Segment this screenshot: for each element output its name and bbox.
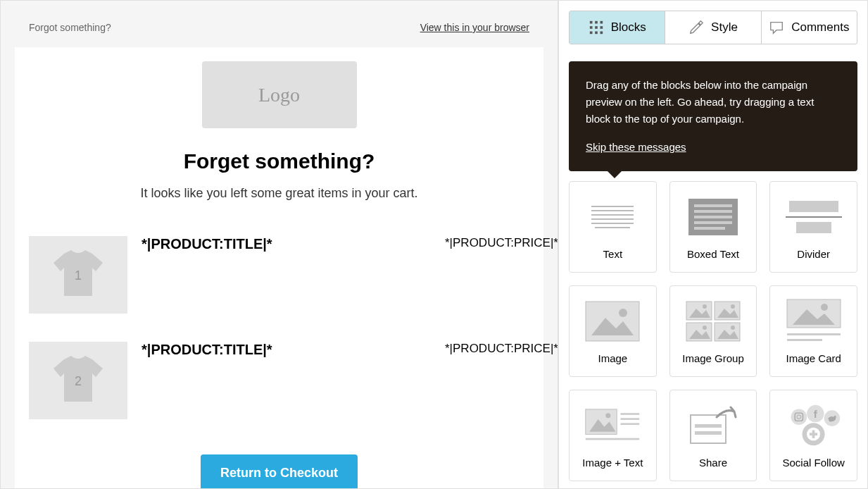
email-header-row: Forgot something? View this in your brow… — [1, 1, 558, 47]
block-boxed-text[interactable]: Boxed Text — [669, 181, 757, 273]
svg-rect-37 — [621, 423, 640, 425]
block-label: Image Card — [786, 352, 841, 364]
svg-point-25 — [731, 326, 735, 330]
product-title: *|PRODUCT:TITLE|* — [141, 236, 431, 252]
svg-point-13 — [619, 309, 627, 317]
share-icon — [685, 402, 741, 448]
block-social-follow[interactable]: f Social Follow — [769, 390, 857, 481]
block-image-group[interactable]: Image Group — [669, 285, 757, 377]
block-share[interactable]: Share — [669, 390, 757, 481]
tooltip-text: Drag any of the blocks below into the ca… — [586, 77, 841, 128]
blocks-icon — [589, 20, 604, 35]
svg-rect-40 — [695, 431, 722, 435]
block-image-text[interactable]: Image + Text — [569, 390, 657, 481]
svg-point-28 — [821, 304, 828, 311]
tab-style[interactable]: Style — [665, 11, 761, 44]
block-image-card[interactable]: Image Card — [769, 285, 857, 377]
tshirt-icon: 2 — [50, 356, 106, 405]
svg-rect-39 — [695, 424, 722, 428]
svg-point-19 — [731, 304, 735, 309]
tab-label: Comments — [791, 20, 849, 35]
svg-rect-3 — [595, 21, 598, 24]
block-label: Text — [603, 248, 623, 260]
svg-rect-34 — [586, 438, 639, 440]
image-icon — [584, 298, 641, 344]
image-card-icon — [786, 298, 842, 344]
logo-text: Logo — [258, 84, 300, 106]
comments-icon — [769, 20, 784, 35]
product-price: *|PRODUCT:PRICE|* — [445, 342, 529, 356]
checkout-button[interactable]: Return to Checkout — [201, 454, 358, 489]
cart-item: 2 *|PRODUCT:TITLE|* *|PRODUCT:PRICE|* — [29, 328, 529, 433]
email-heading: Forget something? — [29, 149, 529, 173]
svg-rect-4 — [600, 21, 603, 24]
product-thumbnail[interactable]: 2 — [29, 342, 127, 419]
block-label: Share — [699, 457, 727, 469]
view-in-browser-link[interactable]: View this in your browser — [420, 22, 529, 33]
svg-point-33 — [606, 413, 611, 418]
text-block-icon — [584, 194, 641, 240]
email-preview-panel: Forgot something? View this in your brow… — [0, 0, 558, 489]
logo-placeholder[interactable]: Logo — [202, 61, 357, 128]
social-follow-icon: f — [786, 402, 842, 448]
product-price: *|PRODUCT:PRICE|* — [445, 236, 529, 250]
svg-rect-9 — [595, 32, 598, 35]
boxed-text-icon — [685, 194, 741, 240]
svg-rect-6 — [595, 26, 598, 29]
svg-rect-29 — [787, 333, 841, 335]
block-label: Image Group — [682, 352, 744, 364]
svg-rect-8 — [589, 32, 592, 35]
style-icon — [688, 20, 704, 35]
block-text[interactable]: Text — [569, 181, 657, 273]
image-group-icon — [685, 298, 741, 344]
svg-rect-35 — [621, 413, 640, 415]
svg-text:2: 2 — [75, 374, 82, 388]
svg-rect-7 — [600, 26, 603, 29]
onboarding-tooltip: Drag any of the blocks below into the ca… — [569, 61, 857, 171]
tab-label: Style — [711, 20, 738, 35]
tab-blocks[interactable]: Blocks — [570, 11, 665, 44]
svg-point-22 — [703, 326, 707, 330]
block-divider[interactable]: Divider — [769, 181, 857, 273]
editor-sidebar: Blocks Style Comments Drag any of the bl… — [558, 0, 868, 489]
forgot-label: Forgot something? — [29, 22, 111, 33]
svg-rect-5 — [589, 26, 592, 29]
block-label: Social Follow — [782, 457, 844, 469]
email-subtext: It looks like you left some great items … — [29, 186, 529, 201]
svg-text:1: 1 — [75, 268, 82, 283]
block-label: Boxed Text — [687, 248, 739, 260]
svg-point-16 — [703, 304, 707, 309]
skip-messages-link[interactable]: Skip these messages — [586, 139, 686, 156]
svg-rect-2 — [589, 21, 592, 24]
block-label: Divider — [797, 248, 830, 260]
svg-rect-30 — [787, 339, 822, 341]
email-body: Logo Forget something? It looks like you… — [15, 47, 543, 489]
svg-rect-36 — [621, 418, 640, 420]
product-thumbnail[interactable]: 1 — [29, 236, 127, 314]
product-title: *|PRODUCT:TITLE|* — [141, 342, 431, 358]
block-image[interactable]: Image — [569, 285, 657, 377]
tab-label: Blocks — [611, 20, 646, 35]
tshirt-icon: 1 — [50, 250, 106, 299]
blocks-grid: Text Boxed Text Divider — [559, 181, 867, 488]
svg-rect-38 — [691, 415, 726, 443]
svg-point-41 — [791, 409, 807, 425]
cart-item: 1 *|PRODUCT:TITLE|* *|PRODUCT:PRICE|* — [29, 222, 529, 328]
svg-rect-10 — [600, 32, 603, 35]
divider-icon — [786, 194, 842, 240]
sidebar-tabs: Blocks Style Comments — [569, 11, 857, 44]
block-label: Image — [598, 352, 627, 364]
svg-rect-50 — [810, 433, 817, 435]
tab-comments[interactable]: Comments — [762, 11, 857, 44]
block-label: Image + Text — [582, 457, 643, 469]
image-text-icon — [584, 402, 641, 448]
